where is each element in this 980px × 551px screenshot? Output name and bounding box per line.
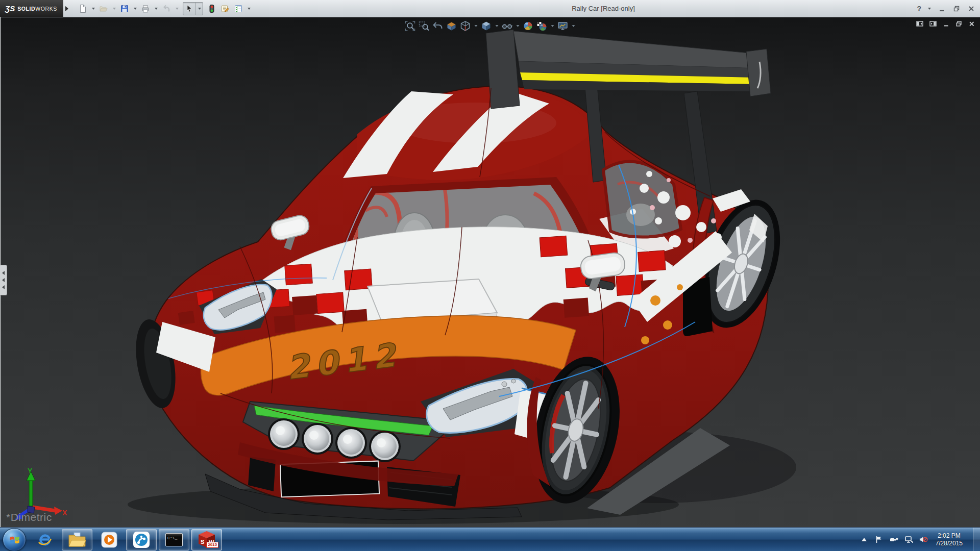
rally-car-model[interactable]: 2012 [128, 30, 796, 524]
brand-solid: SOLID [17, 6, 35, 12]
hide-show-items-dropdown[interactable] [516, 25, 520, 27]
standard-toolbar [77, 0, 252, 17]
taskbar-internet-explorer[interactable] [30, 530, 60, 550]
save-dropdown[interactable] [132, 3, 138, 15]
heads-up-view-toolbar [405, 20, 576, 32]
section-view-icon[interactable] [446, 20, 457, 32]
taskbar-windows-explorer[interactable] [62, 529, 92, 550]
apply-scene-dropdown[interactable] [550, 25, 555, 27]
taskbar-solidworks-2015[interactable]: S W 2015 [191, 529, 222, 550]
clock-time: 2:02 PM [936, 532, 963, 540]
new-document-icon[interactable] [77, 3, 89, 15]
display-style-icon[interactable] [481, 20, 492, 32]
print-dropdown[interactable] [153, 3, 159, 15]
file-properties-icon[interactable] [219, 3, 231, 15]
start-button[interactable] [3, 528, 26, 551]
new-document-dropdown[interactable] [90, 3, 96, 15]
undo-icon [160, 3, 173, 15]
action-center-flag-icon[interactable] [874, 535, 884, 544]
graphics-viewport[interactable]: 2012 [0, 17, 980, 527]
doc-minimize-icon[interactable] [943, 20, 949, 27]
taskbar-command-prompt[interactable]: C:\_ [159, 529, 189, 550]
open-dropdown [111, 3, 117, 15]
system-tray: 2:02 PM 7/28/2015 [860, 528, 980, 551]
network-icon[interactable] [904, 535, 913, 544]
taskbar-clock[interactable]: 2:02 PM 7/28/2015 [936, 532, 963, 547]
windows-flag-icon [8, 534, 20, 546]
brand-works: WORKS [35, 6, 57, 12]
hide-show-items-icon[interactable] [502, 20, 513, 32]
display-style-dropdown[interactable] [495, 25, 499, 27]
previous-view-icon[interactable] [432, 20, 444, 32]
command-prompt-icon: C:\_ [165, 533, 183, 546]
media-player-icon [101, 531, 118, 548]
view-orientation-icon[interactable] [460, 20, 471, 32]
zoom-to-area-icon[interactable] [419, 20, 430, 32]
taskbar-media-player[interactable] [94, 530, 124, 550]
share-app-icon [133, 531, 150, 548]
options-dropdown[interactable] [246, 3, 252, 15]
edit-appearance-icon[interactable] [523, 20, 534, 32]
save-icon[interactable] [118, 3, 131, 15]
doc-close-icon[interactable] [968, 20, 975, 27]
internet-explorer-icon [37, 532, 53, 547]
select-tool[interactable] [183, 2, 203, 15]
open-icon [97, 3, 110, 15]
print-icon[interactable] [139, 3, 152, 15]
document-window-controls [916, 20, 975, 27]
graphics-area[interactable]: 2012 [0, 17, 980, 527]
solidworks-version-badge: 2015 [206, 542, 218, 548]
solidworks-window: ƷS SOLIDWORKS [0, 0, 980, 551]
help-dropdown[interactable] [926, 3, 933, 15]
folder-icon [68, 532, 86, 547]
solidworks-logo: ƷS SOLIDWORKS [0, 0, 63, 17]
view-orientation-dropdown[interactable] [474, 25, 478, 27]
view-settings-dropdown[interactable] [571, 25, 576, 27]
triad-x-label: X [62, 509, 67, 517]
window-title: Rally Car [Read-only] [527, 0, 680, 17]
power-plug-icon[interactable] [889, 535, 898, 544]
view-orientation-label: *Dimetric [6, 511, 52, 523]
select-dropdown[interactable] [195, 3, 203, 15]
select-arrow-icon[interactable] [183, 3, 195, 15]
show-hidden-icons[interactable] [860, 535, 869, 544]
doc-restore-icon[interactable] [955, 20, 962, 27]
restore-button[interactable] [951, 3, 962, 14]
options-icon[interactable] [232, 3, 244, 15]
view-settings-icon[interactable] [557, 20, 569, 32]
show-pane-left-icon[interactable] [916, 20, 923, 27]
taskbar-share-app[interactable] [126, 529, 157, 550]
title-bar: ƷS SOLIDWORKS [0, 0, 980, 17]
show-desktop-button[interactable] [973, 528, 980, 551]
solidworks-logo-mark: ƷS [5, 4, 15, 13]
close-button[interactable] [966, 3, 977, 14]
minimize-button[interactable] [936, 3, 947, 14]
rebuild-traffic-light-icon[interactable] [206, 3, 218, 15]
apply-scene-icon[interactable] [536, 20, 548, 32]
feature-manager-collapsed-tab[interactable] [0, 265, 7, 295]
volume-muted-icon[interactable] [919, 535, 928, 544]
help-icon[interactable]: ? [916, 5, 922, 13]
show-pane-right-icon[interactable] [929, 20, 937, 27]
undo-dropdown [174, 3, 180, 15]
menu-expand-icon[interactable] [63, 0, 70, 17]
clock-date: 7/28/2015 [936, 540, 963, 547]
svg-text:S: S [201, 539, 204, 545]
zoom-to-fit-icon[interactable] [405, 20, 416, 32]
window-controls: ? [916, 0, 977, 17]
windows-taskbar: C:\_ S W 2015 [0, 527, 980, 551]
